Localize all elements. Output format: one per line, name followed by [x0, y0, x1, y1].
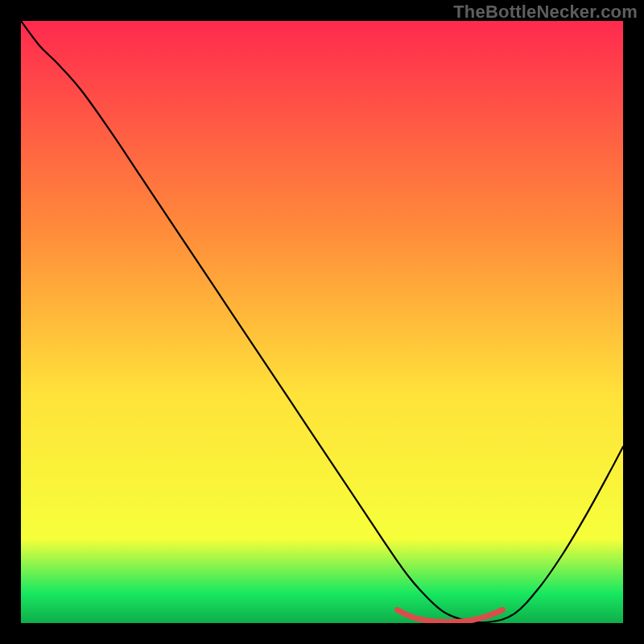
gradient-background [21, 21, 623, 623]
chart-svg [21, 21, 623, 623]
chart-frame: TheBottleNecker.com [0, 0, 644, 644]
plot-area [21, 21, 623, 623]
watermark-text: TheBottleNecker.com [453, 2, 638, 23]
